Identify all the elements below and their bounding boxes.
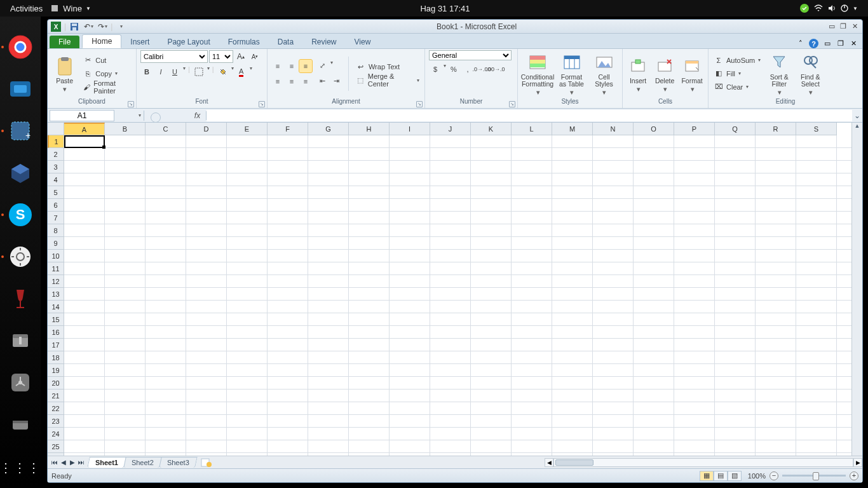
cell[interactable] <box>715 453 756 456</box>
row-header-22[interactable]: 22 <box>48 402 64 415</box>
cell[interactable] <box>227 301 268 313</box>
row-header-19[interactable]: 19 <box>48 364 64 377</box>
find-select-button[interactable]: Find & Select▾ <box>796 51 824 96</box>
title-bar[interactable]: X | ↶▾ ↷▾ | ▾ Book1 - Microsoft Excel ▭ … <box>48 20 862 34</box>
cell[interactable] <box>593 173 634 186</box>
column-header-M[interactable]: M <box>552 123 593 135</box>
cell[interactable] <box>430 186 471 198</box>
cell[interactable] <box>471 250 512 262</box>
launcher-screenshot[interactable]: + <box>5 116 36 146</box>
cell[interactable] <box>308 415 349 427</box>
cell[interactable] <box>308 199 349 211</box>
cell[interactable] <box>552 390 593 402</box>
cell[interactable] <box>64 148 105 160</box>
cell[interactable] <box>552 262 593 274</box>
cell[interactable] <box>715 288 756 300</box>
cell[interactable] <box>796 135 837 147</box>
cell[interactable] <box>674 339 715 351</box>
cell[interactable] <box>715 326 756 338</box>
align-left-icon[interactable]: ≡ <box>271 75 284 88</box>
status-area[interactable]: ▼ <box>796 3 862 13</box>
view-normal-icon[interactable]: ▦ <box>700 471 714 481</box>
cell[interactable] <box>756 301 796 313</box>
cell[interactable] <box>593 161 634 173</box>
cell[interactable] <box>593 453 634 456</box>
cell[interactable] <box>471 339 512 351</box>
cell[interactable] <box>268 351 308 363</box>
cell[interactable] <box>227 199 268 211</box>
cell[interactable] <box>268 326 308 338</box>
cell[interactable] <box>593 351 634 363</box>
wrap-text-button[interactable]: ↩Wrap Text <box>355 61 421 72</box>
cell[interactable] <box>146 351 186 363</box>
cell[interactable] <box>634 415 674 427</box>
launcher-skype[interactable]: S <box>5 200 36 230</box>
cell[interactable] <box>227 148 268 160</box>
cell[interactable] <box>308 351 349 363</box>
cell[interactable] <box>430 351 471 363</box>
cell[interactable] <box>471 326 512 338</box>
cell[interactable] <box>186 199 227 211</box>
cell[interactable] <box>593 224 634 236</box>
orientation-icon[interactable]: ⤢ <box>316 60 329 72</box>
maximize-button[interactable]: ❐ <box>838 22 848 31</box>
cell[interactable] <box>715 415 756 427</box>
cell[interactable] <box>64 262 105 274</box>
cell[interactable] <box>796 199 837 211</box>
cell[interactable] <box>471 275 512 287</box>
cell[interactable] <box>268 440 308 452</box>
cell[interactable] <box>634 440 674 452</box>
cell[interactable] <box>430 364 471 376</box>
cell[interactable] <box>512 415 552 427</box>
cell[interactable] <box>308 440 349 452</box>
cell[interactable] <box>227 237 268 249</box>
cell[interactable] <box>512 161 552 173</box>
cell[interactable] <box>756 173 796 186</box>
cell[interactable] <box>674 173 715 186</box>
cell[interactable] <box>105 135 146 147</box>
cell[interactable] <box>634 135 674 147</box>
cell[interactable] <box>796 402 837 414</box>
cut-button[interactable]: ✂Cut <box>81 55 132 66</box>
name-box[interactable] <box>50 111 114 121</box>
cell[interactable] <box>64 440 105 452</box>
cell[interactable] <box>64 390 105 402</box>
cell[interactable] <box>349 173 390 186</box>
row-header-24[interactable]: 24 <box>48 428 64 440</box>
cell[interactable] <box>634 364 674 376</box>
column-header-N[interactable]: N <box>593 123 634 135</box>
tab-file[interactable]: File <box>50 36 79 48</box>
cell[interactable] <box>552 415 593 427</box>
column-headers[interactable]: ABCDEFGHIJKLMNOPQRS <box>64 123 837 135</box>
row-header-17[interactable]: 17 <box>48 339 64 351</box>
cell[interactable] <box>227 326 268 338</box>
copy-button[interactable]: ⎘Copy▾ <box>81 68 132 79</box>
cell[interactable] <box>105 390 146 402</box>
cell[interactable] <box>390 453 430 456</box>
cell[interactable] <box>268 199 308 211</box>
workbook-close[interactable]: ✕ <box>849 39 858 48</box>
cell[interactable] <box>756 275 796 287</box>
cell[interactable] <box>715 237 756 249</box>
cell[interactable] <box>308 224 349 236</box>
cell[interactable] <box>390 339 430 351</box>
column-header-S[interactable]: S <box>796 123 837 135</box>
cell[interactable] <box>552 161 593 173</box>
cell[interactable] <box>268 301 308 313</box>
cell[interactable] <box>349 148 390 160</box>
row-header-7[interactable]: 7 <box>48 212 64 224</box>
cell[interactable] <box>512 148 552 160</box>
cell[interactable] <box>390 415 430 427</box>
cell[interactable] <box>756 250 796 262</box>
cell[interactable] <box>552 173 593 186</box>
cell[interactable] <box>471 199 512 211</box>
cell[interactable] <box>430 148 471 160</box>
cell[interactable] <box>512 224 552 236</box>
format-as-table-button[interactable]: Format as Table▾ <box>557 51 586 96</box>
cell[interactable] <box>471 364 512 376</box>
cell[interactable] <box>186 377 227 389</box>
cell[interactable] <box>715 224 756 236</box>
zoom-slider[interactable] <box>782 475 846 477</box>
cell[interactable] <box>756 402 796 414</box>
cell[interactable] <box>512 237 552 249</box>
